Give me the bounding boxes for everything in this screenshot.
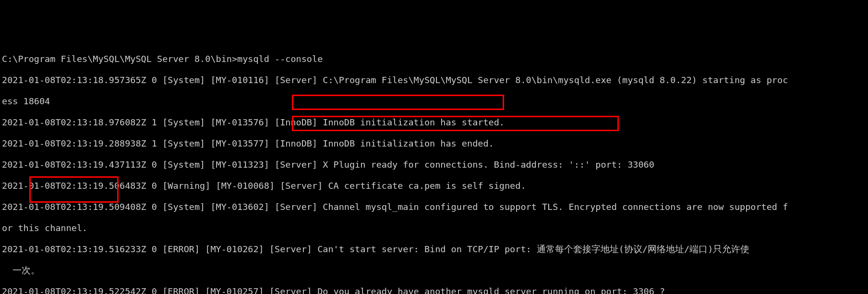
log-line-error: 2021-01-08T02:13:19.522542Z 0 [ERROR] [M… <box>2 286 866 294</box>
log-line: 2021-01-08T02:13:19.288938Z 1 [System] [… <box>2 138 866 149</box>
log-line: 2021-01-08T02:13:18.957365Z 0 [System] [… <box>2 75 866 86</box>
log-line: 2021-01-08T02:13:18.976082Z 1 [System] [… <box>2 117 866 128</box>
prompt: C:\Program Files\MySQL\MySQL Server 8.0\… <box>2 54 237 64</box>
log-line: 2021-01-08T02:13:19.437113Z 0 [System] [… <box>2 159 866 170</box>
log-line: ess 18604 <box>2 96 866 107</box>
log-line: 2021-01-08T02:13:19.509408Z 0 [System] [… <box>2 202 866 212</box>
log-line: 2021-01-08T02:13:19.506483Z 0 [Warning] … <box>2 181 866 191</box>
log-line-error: 一次。 <box>2 265 866 276</box>
log-line-error: 2021-01-08T02:13:19.516233Z 0 [ERROR] [M… <box>2 244 866 255</box>
log-line: or this channel. <box>2 223 866 233</box>
terminal-output[interactable]: C:\Program Files\MySQL\MySQL Server 8.0\… <box>2 43 866 294</box>
command: mysqld --console <box>237 54 323 64</box>
prompt-line-1: C:\Program Files\MySQL\MySQL Server 8.0\… <box>2 54 866 64</box>
